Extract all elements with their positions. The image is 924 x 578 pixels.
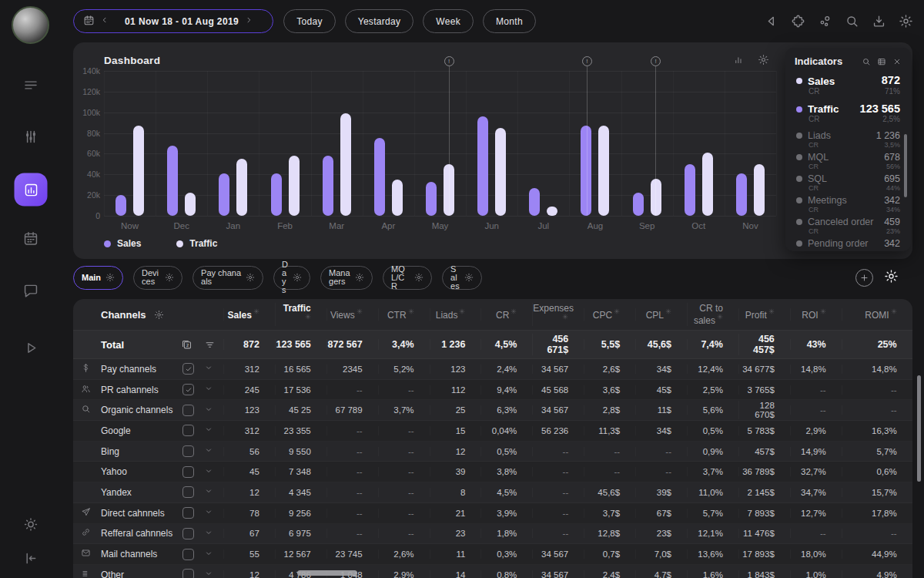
- grid-icon[interactable]: [877, 57, 886, 66]
- row-label[interactable]: Pay channels: [101, 364, 182, 375]
- chevron-down-icon[interactable]: [204, 425, 213, 436]
- sidebar-item-chat[interactable]: [23, 282, 39, 302]
- avatar[interactable]: [12, 6, 49, 44]
- add-filter-button[interactable]: [855, 269, 873, 287]
- filter-icon[interactable]: [204, 339, 216, 351]
- search-icon[interactable]: [845, 14, 859, 29]
- column-header-liads[interactable]: Liads: [430, 308, 481, 321]
- gear-icon[interactable]: [154, 310, 164, 320]
- row-checkbox[interactable]: [182, 384, 194, 395]
- column-header-views[interactable]: Views: [326, 308, 378, 321]
- gear-icon[interactable]: [758, 54, 769, 66]
- range-button-today[interactable]: Today: [283, 9, 336, 33]
- row-checkbox[interactable]: [182, 528, 194, 539]
- chevron-down-icon[interactable]: [204, 445, 213, 457]
- column-header-expenses[interactable]: Expenses: [532, 303, 584, 326]
- row-label[interactable]: Organic channels: [101, 405, 182, 415]
- column-header-profit[interactable]: Profit: [738, 308, 790, 321]
- row-checkbox[interactable]: [182, 486, 194, 498]
- puzzle-icon[interactable]: [791, 14, 805, 29]
- indicator-pending-order[interactable]: Pending order342: [785, 237, 911, 250]
- row-label[interactable]: Yandex: [101, 487, 182, 498]
- row-checkbox[interactable]: [182, 425, 194, 436]
- chevright-icon[interactable]: [244, 15, 253, 25]
- gear-icon[interactable]: [464, 273, 474, 282]
- indicator-meetings[interactable]: Meetings342CR34%: [785, 193, 911, 215]
- column-header-cpc[interactable]: CPC: [584, 308, 635, 321]
- sidebar-item-chart[interactable]: [15, 173, 48, 207]
- gear-icon[interactable]: [614, 309, 620, 316]
- gear-icon[interactable]: [355, 273, 364, 282]
- chevron-down-icon[interactable]: [204, 569, 213, 578]
- row-checkbox[interactable]: [182, 466, 194, 478]
- chart-annotation-sep[interactable]: !: [655, 62, 656, 216]
- row-label[interactable]: Other: [101, 570, 182, 578]
- filter-chip-main[interactable]: Main: [73, 266, 123, 290]
- indicator-canceled-order[interactable]: Canceled order459CR23%: [785, 215, 911, 237]
- gear-icon[interactable]: [305, 314, 311, 321]
- row-label[interactable]: PR cahannels: [101, 385, 182, 395]
- gear-icon[interactable]: [665, 309, 671, 316]
- vertical-scrollbar[interactable]: [917, 375, 921, 482]
- sidebar-item-menu[interactable]: [23, 77, 39, 97]
- download-icon[interactable]: [872, 14, 886, 29]
- filter-chip-sales[interactable]: Sales: [442, 266, 482, 290]
- gear-icon[interactable]: [459, 309, 465, 316]
- column-header-traffic[interactable]: Traffic: [275, 303, 326, 326]
- row-label[interactable]: Direct cahnnels: [101, 508, 182, 519]
- gear-icon[interactable]: [820, 309, 826, 316]
- chart-annotation-aug[interactable]: !: [587, 62, 588, 216]
- indicator-sql[interactable]: SQL695CR44%: [785, 172, 911, 193]
- indicator-traffic[interactable]: Traffic123 565CR2,5%: [785, 101, 911, 126]
- column-header-sales[interactable]: Sales: [223, 308, 275, 321]
- filter-chip-managers[interactable]: Managers: [320, 266, 373, 290]
- gear-icon[interactable]: [165, 273, 174, 282]
- sidebar-item-sliders[interactable]: [23, 129, 39, 149]
- gear-icon[interactable]: [414, 273, 424, 282]
- search-icon[interactable]: [862, 57, 871, 66]
- copy2-icon[interactable]: 2: [181, 339, 192, 351]
- sidebar-item-play[interactable]: [23, 340, 39, 360]
- gear-icon[interactable]: [562, 314, 568, 321]
- row-label[interactable]: Bing: [101, 446, 182, 457]
- gear-icon[interactable]: [891, 309, 897, 316]
- row-checkbox[interactable]: [182, 445, 194, 457]
- range-button-week[interactable]: Week: [423, 9, 474, 33]
- horizontal-scrollbar[interactable]: [297, 570, 357, 576]
- gear-icon[interactable]: [717, 314, 723, 321]
- date-range-picker[interactable]: 01 Now 18 - 01 Aug 2019: [73, 9, 273, 33]
- legend-item-sales[interactable]: Sales: [104, 238, 141, 249]
- gear-icon[interactable]: [357, 309, 363, 316]
- column-header-romi[interactable]: ROMI: [842, 308, 912, 321]
- row-checkbox[interactable]: [182, 507, 194, 519]
- indicator-sales[interactable]: Sales872CR71%: [785, 72, 911, 97]
- row-label[interactable]: Mail channels: [101, 549, 182, 560]
- chevron-down-icon[interactable]: [204, 507, 213, 519]
- indicator-liads[interactable]: Liads1 236CR3,5%: [785, 129, 911, 150]
- gear-icon[interactable]: [768, 309, 775, 316]
- column-header-cr[interactable]: CR: [480, 308, 532, 321]
- row-checkbox[interactable]: [182, 405, 194, 416]
- row-label[interactable]: Yahoo: [101, 466, 182, 477]
- gear-icon[interactable]: [253, 309, 259, 316]
- chevron-down-icon[interactable]: [204, 405, 213, 416]
- legend-item-traffic[interactable]: Traffic: [176, 238, 217, 249]
- chevron-down-icon[interactable]: [204, 486, 213, 498]
- filter-chip-mql-cr[interactable]: MQL/CR: [383, 266, 432, 290]
- row-label[interactable]: Google: [101, 425, 182, 436]
- indicator-mql[interactable]: MQL678CR56%: [785, 150, 911, 172]
- chevron-down-icon[interactable]: [204, 528, 213, 539]
- filter-chip-pay-chanaals[interactable]: Pay chanaals: [192, 266, 263, 290]
- column-header-cpl[interactable]: CPL: [635, 308, 687, 321]
- gear-icon[interactable]: [105, 273, 115, 282]
- nodes-icon[interactable]: [818, 14, 832, 29]
- close-icon[interactable]: [892, 57, 902, 66]
- chevleft-icon[interactable]: [100, 15, 109, 25]
- chart-annotation-may[interactable]: !: [449, 62, 450, 216]
- bars-icon[interactable]: [733, 54, 745, 66]
- gear-icon[interactable]: [899, 14, 913, 29]
- gear-icon[interactable]: [293, 273, 302, 282]
- range-button-yesterday[interactable]: Yestarday: [345, 9, 414, 33]
- row-label[interactable]: Refferal cahnnels: [101, 528, 182, 539]
- filter-chip-days[interactable]: Days: [273, 266, 310, 290]
